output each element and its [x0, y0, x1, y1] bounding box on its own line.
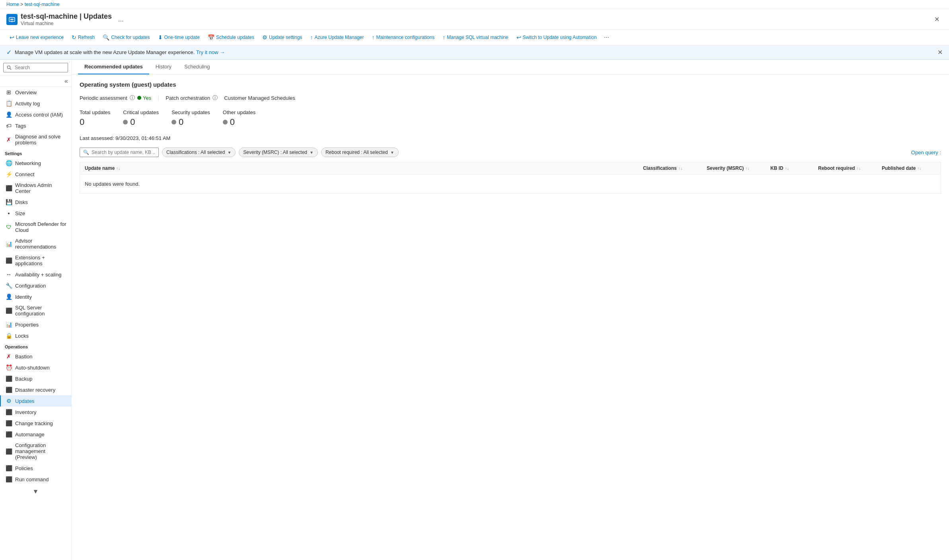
- info-checkmark-icon: ✓: [6, 49, 12, 56]
- auto-shutdown-icon: ⏰: [6, 364, 12, 371]
- sidebar-item-configuration-management[interactable]: ⬛ Configuration management (Preview): [0, 440, 71, 463]
- tabs-container: Recommended updates History Scheduling: [72, 60, 949, 75]
- sidebar-item-policies[interactable]: ⬛ Policies: [0, 463, 71, 474]
- breadcrumb-home[interactable]: Home: [6, 2, 19, 7]
- sidebar-scroll-down[interactable]: ▼: [0, 485, 71, 498]
- sidebar-item-label: Properties: [15, 322, 39, 328]
- header-more-button[interactable]: ...: [118, 16, 123, 23]
- tab-history[interactable]: History: [149, 60, 178, 74]
- sort-severity-icon[interactable]: ↑↓: [745, 166, 749, 171]
- open-query-link[interactable]: Open query :: [911, 150, 941, 156]
- switch-to-update-button[interactable]: ↩ Switch to Update using Automation: [513, 33, 600, 42]
- sidebar-item-updates[interactable]: ⚙ Updates: [0, 395, 71, 406]
- sidebar-item-diagnose[interactable]: ✗ Diagnose and solve problems: [0, 131, 71, 148]
- content-body: Operating system (guest) updates Periodi…: [72, 75, 949, 200]
- update-settings-button[interactable]: ⚙ Update settings: [259, 33, 305, 42]
- disks-icon: 💾: [6, 199, 12, 205]
- sidebar-item-tags[interactable]: 🏷 Tags: [0, 120, 71, 131]
- severity-filter-label: Severity (MSRC) : All selected: [243, 150, 307, 155]
- sidebar-item-backup[interactable]: ⬛ Backup: [0, 373, 71, 384]
- update-search-input[interactable]: [92, 150, 155, 155]
- calendar-icon: 📅: [208, 34, 214, 41]
- sidebar-item-label: Networking: [15, 160, 41, 166]
- close-button[interactable]: ✕: [931, 14, 943, 25]
- sidebar-item-properties[interactable]: 📊 Properties: [0, 319, 71, 330]
- classifications-filter-tag[interactable]: Classifications : All selected ▼: [162, 148, 236, 157]
- sidebar-item-configuration[interactable]: 🔧 Configuration: [0, 280, 71, 291]
- manage-sql-button[interactable]: ↑ Manage SQL virtual machine: [439, 33, 511, 42]
- azure-update-manager-button[interactable]: ↑ Azure Update Manager: [307, 33, 367, 42]
- th-severity: Severity (MSRC) ↑↓: [702, 162, 766, 174]
- sidebar-item-inventory[interactable]: ⬛ Inventory: [0, 406, 71, 418]
- update-search-container: 🔍: [80, 148, 159, 157]
- leave-new-experience-button[interactable]: ↩ Leave new experience: [6, 33, 67, 42]
- sidebar-collapse-button[interactable]: «: [0, 76, 71, 87]
- sidebar-search-input[interactable]: [3, 63, 68, 72]
- sidebar-item-label: Configuration management (Preview): [15, 442, 66, 460]
- page-title: test-sql-machine | Updates: [21, 12, 112, 21]
- sidebar-item-automanage[interactable]: ⬛ Automanage: [0, 429, 71, 440]
- configuration-icon: 🔧: [6, 282, 12, 289]
- sidebar-item-activity-log[interactable]: 📋 Activity log: [0, 98, 71, 109]
- toolbar-more-button[interactable]: ···: [602, 32, 612, 43]
- sidebar-item-disaster-recovery[interactable]: ⬛ Disaster recovery: [0, 384, 71, 395]
- sidebar-item-label: Connect: [15, 171, 34, 177]
- main-layout: « ⊞ Overview 📋 Activity log 👤 Access con…: [0, 60, 949, 560]
- sort-classifications-icon[interactable]: ↑↓: [678, 166, 682, 171]
- tab-scheduling[interactable]: Scheduling: [178, 60, 216, 74]
- info-banner-close-button[interactable]: ✕: [937, 49, 943, 56]
- sort-reboot-icon[interactable]: ↑↓: [857, 166, 861, 171]
- sidebar-item-locks[interactable]: 🔒 Locks: [0, 330, 71, 341]
- sidebar-item-sql-server[interactable]: ⬛ SQL Server configuration: [0, 302, 71, 319]
- classifications-filter-label: Classifications : All selected: [166, 150, 225, 155]
- access-control-icon: 👤: [6, 111, 12, 118]
- check-updates-button[interactable]: 🔍 Check for updates: [99, 33, 153, 42]
- sort-update-name-icon[interactable]: ↑↓: [116, 166, 120, 171]
- assessment-row: Periodic assessment ⓘ Yes | Patch orches…: [80, 94, 941, 101]
- sidebar-item-connect[interactable]: ⚡ Connect: [0, 169, 71, 180]
- sort-kb-id-icon[interactable]: ↑↓: [785, 166, 789, 171]
- th-published-date: Published date ↑↓: [877, 162, 941, 174]
- sidebar-item-advisor-recommendations[interactable]: 📊 Advisor recommendations: [0, 235, 71, 252]
- periodic-assessment-info-icon[interactable]: ⓘ: [130, 94, 135, 101]
- sidebar-item-availability[interactable]: ↔ Availability + scaling: [0, 269, 71, 280]
- info-banner-text: Manage VM updates at scale with the new …: [15, 49, 934, 55]
- networking-icon: 🌐: [6, 160, 12, 166]
- classifications-filter-chevron: ▼: [227, 150, 231, 155]
- breadcrumb-resource[interactable]: test-sql-machine: [25, 2, 60, 7]
- advisor-icon: 📊: [6, 241, 12, 247]
- sidebar-item-bastion[interactable]: ✗ Bastion: [0, 351, 71, 362]
- one-time-update-button[interactable]: ⬇ One-time update: [155, 33, 203, 42]
- sidebar-item-label: Extensions + applications: [15, 255, 66, 266]
- stat-total-updates: Total updates 0: [80, 109, 110, 127]
- sidebar-item-size[interactable]: ▪ Size: [0, 208, 71, 219]
- sort-published-date-icon[interactable]: ↑↓: [917, 166, 921, 171]
- upload-icon: ↑: [310, 34, 313, 41]
- th-classifications: Classifications ↑↓: [638, 162, 702, 174]
- patch-orchestration-info-icon[interactable]: ⓘ: [212, 94, 218, 101]
- sidebar-item-identity[interactable]: 👤 Identity: [0, 291, 71, 302]
- sidebar-item-windows-admin-center[interactable]: ⬛ Windows Admin Center: [0, 180, 71, 196]
- sidebar-item-extensions[interactable]: ⬛ Extensions + applications: [0, 252, 71, 269]
- schedule-updates-button[interactable]: 📅 Schedule updates: [205, 33, 257, 42]
- sidebar-item-networking[interactable]: 🌐 Networking: [0, 158, 71, 169]
- sidebar-item-change-tracking[interactable]: ⬛ Change tracking: [0, 418, 71, 429]
- sidebar-item-disks[interactable]: 💾 Disks: [0, 196, 71, 208]
- status-green-dot: [137, 96, 141, 100]
- tab-recommended-updates[interactable]: Recommended updates: [78, 60, 149, 74]
- sidebar-item-run-command[interactable]: ⬛ Run command: [0, 474, 71, 485]
- sidebar-item-defender[interactable]: 🛡 Microsoft Defender for Cloud: [0, 219, 71, 235]
- sidebar-item-auto-shutdown[interactable]: ⏰ Auto-shutdown: [0, 362, 71, 373]
- maintenance-configurations-button[interactable]: ↑ Maintenance configurations: [368, 33, 438, 42]
- reboot-filter-tag[interactable]: Reboot required : All selected ▼: [321, 148, 399, 157]
- inventory-icon: ⬛: [6, 409, 12, 415]
- extensions-icon: ⬛: [6, 257, 12, 264]
- sidebar-item-overview[interactable]: ⊞ Overview: [0, 87, 71, 98]
- stat-other-label: Other updates: [223, 109, 255, 115]
- periodic-assessment-item: Periodic assessment ⓘ Yes: [80, 94, 151, 101]
- info-banner-link[interactable]: Try it now →: [196, 49, 225, 55]
- manage-icon: ↑: [442, 34, 445, 41]
- sidebar-item-access-control[interactable]: 👤 Access control (IAM): [0, 109, 71, 120]
- refresh-button[interactable]: ↻ Refresh: [68, 33, 98, 42]
- severity-filter-tag[interactable]: Severity (MSRC) : All selected ▼: [239, 148, 318, 157]
